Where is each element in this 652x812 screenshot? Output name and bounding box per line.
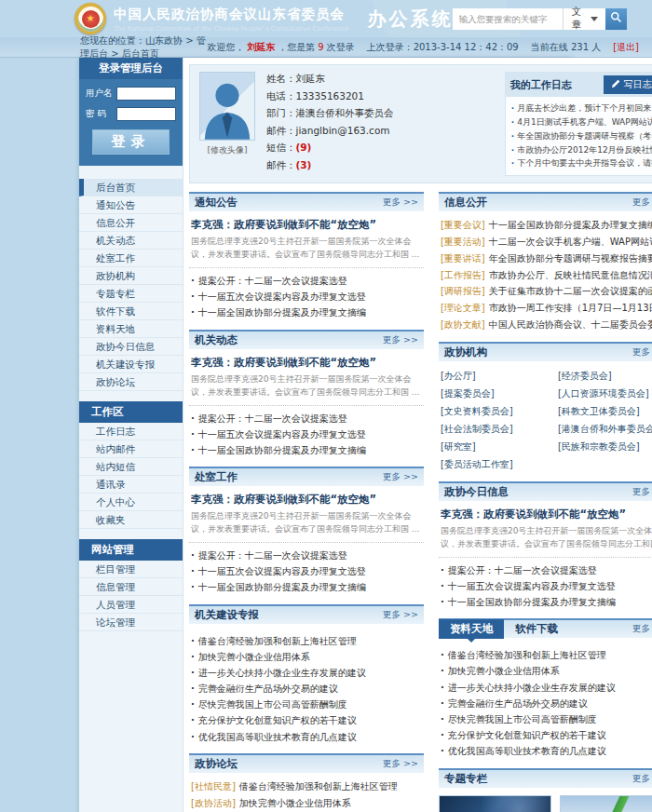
sidebar-menu-item[interactable]: 软件下载	[79, 303, 183, 320]
news-item[interactable]: 十一届五次会议提案内容及办理复文选登	[191, 563, 422, 579]
login-button[interactable]: 登录	[92, 129, 170, 155]
news-item[interactable]: 十一届全国政协部分提案及办理复文摘编	[191, 304, 422, 320]
news-item[interactable]: 提案公开：十二届一次会议提案选登	[191, 273, 422, 289]
sidebar-menu-item[interactable]: 个人中心	[79, 494, 183, 511]
search-button[interactable]	[605, 8, 627, 30]
news-item[interactable]: 十一届全国政协部分提案及办理复文摘编	[191, 442, 422, 458]
news-headline[interactable]: 李克强：政府要说到做到不能“放空炮”	[191, 493, 422, 507]
news-item[interactable]: 提案公开：十二届一次会议提案选登	[191, 548, 422, 563]
report-item[interactable]: 完善金融衍生产品场外交易的建议	[191, 681, 422, 697]
report-item[interactable]: 充分保护文化创意知识产权的若干建议	[191, 712, 422, 728]
sidebar-menu-item[interactable]: 政协机构	[79, 267, 183, 285]
org-link[interactable]: [港澳台侨和外事委员会]	[558, 420, 652, 438]
write-log-button[interactable]: 写日志	[604, 75, 652, 94]
news-item[interactable]: 十一届五次会议提案内容及办理复文选登	[191, 289, 422, 304]
news-item[interactable]: 十一届全国政协部分提案及办理复文摘编	[191, 579, 422, 595]
material-item[interactable]: 尽快完善我国上市公司高管薪酬制度	[441, 711, 652, 727]
topic-thumb[interactable]: 深入学习习近平讲话	[560, 795, 652, 812]
more-link[interactable]: 更多 >>	[383, 334, 418, 346]
news-item[interactable]: 提案公开：十二届一次会议提案选登	[441, 562, 652, 578]
news-item[interactable]: 十一届全国政协部分提案及办理复文摘编	[441, 594, 652, 610]
news-item[interactable]: 十一届五次会议提案内容及办理复文选登	[191, 426, 422, 442]
change-avatar-link[interactable]: [修改头像]	[197, 144, 257, 156]
report-item[interactable]: 尽快完善我国上市公司高管薪酬制度	[191, 697, 422, 712]
search-category-select[interactable]: 文章	[563, 8, 604, 30]
material-item[interactable]: 加快完善小微企业信用体系	[441, 663, 652, 679]
org-link[interactable]: [委员活动工作室]	[441, 455, 554, 473]
sidebar-menu-item[interactable]: 后台首页	[79, 179, 183, 196]
info-item[interactable]: [理论文章]市政协一周工作安排（1月7日—1月13日）、	[441, 300, 652, 317]
sidebar-menu-item[interactable]: 政协今日信息	[79, 338, 183, 356]
worklog-item[interactable]: 4月1日测试手机客户端、WAP网站访问方法	[511, 115, 652, 129]
info-item[interactable]: [调研报告]关于征集市政协十二届一次会议提案的函	[441, 283, 652, 300]
more-link[interactable]: 更多 >>	[383, 471, 418, 483]
material-item[interactable]: 优化我国高等职业技术教育的几点建议	[441, 743, 652, 759]
forum-item[interactable]: [政协活动]加快完善小微企业信用体系	[191, 795, 422, 812]
news-item[interactable]: 提案公开：十二届一次会议提案选登	[191, 411, 422, 426]
worklog-item[interactable]: 市政协办公厅2012年12月份反映社情民意信息情况汇总	[511, 143, 652, 157]
search-input[interactable]	[453, 8, 563, 30]
sidebar-menu-item[interactable]: 通讯录	[79, 476, 183, 494]
more-link[interactable]: 更多 >>	[632, 623, 652, 635]
org-link[interactable]: [人口资源环境委员会]	[558, 385, 652, 402]
material-item[interactable]: 进一步关心扶持小微企业生存发展的建议	[441, 680, 652, 696]
logout-link[interactable]: [退出]	[613, 41, 639, 54]
material-item[interactable]: 完善金融衍生产品场外交易的建议	[441, 696, 652, 711]
news-headline[interactable]: 李克强：政府要说到做到不能“放空炮”	[441, 508, 652, 521]
report-item[interactable]: 进一步关心扶持小微企业生存发展的建议	[191, 665, 422, 681]
sidebar-menu-item[interactable]: 站内邮件	[79, 440, 183, 458]
tab-materials[interactable]: 资料天地	[439, 619, 504, 639]
sidebar-menu-item[interactable]: 通知公告	[79, 196, 183, 214]
worklog-item[interactable]: 月底去长沙出差，预计下个月初回来	[511, 102, 652, 115]
more-link[interactable]: 更多 >>	[632, 346, 652, 359]
more-link[interactable]: 更多 >>	[383, 758, 418, 770]
sidebar-menu-item[interactable]: 工作日志	[79, 423, 183, 440]
org-link[interactable]: [研究室]	[441, 438, 554, 455]
sidebar-menu-item[interactable]: 论坛管理	[79, 614, 183, 631]
more-link[interactable]: 更多 >>	[632, 486, 652, 498]
org-link[interactable]: [科教文卫体委员会]	[558, 402, 652, 420]
org-link[interactable]: [提案委员会]	[441, 385, 554, 402]
report-item[interactable]: 借鉴台湾经验加强和创新上海社区管理	[191, 633, 422, 649]
sidebar-menu-item[interactable]: 机关建设专报	[79, 356, 183, 373]
sidebar-menu-item[interactable]: 收藏夹	[79, 511, 183, 529]
more-link[interactable]: 更多 >>	[632, 773, 652, 785]
org-link[interactable]: [经济委员会]	[558, 367, 652, 385]
sidebar-menu-item[interactable]: 信息管理	[79, 578, 183, 596]
username-field[interactable]	[116, 87, 176, 101]
news-headline[interactable]: 李克强：政府要说到做到不能“放空炮”	[191, 356, 422, 370]
org-link[interactable]: [社会法制委员会]	[441, 420, 554, 438]
sidebar-menu-item[interactable]: 政协论坛	[79, 373, 183, 391]
news-item[interactable]: 十一届五次会议提案内容及办理复文选登	[441, 578, 652, 594]
worklog-item[interactable]: 年全国政协部分专题调研与视察（考察）报告摘要	[511, 129, 652, 143]
info-item[interactable]: [政协文献]中国人民政治协商会议、十二届委员会委员名单	[441, 317, 652, 333]
org-link[interactable]: [文史资料委员会]	[441, 402, 554, 420]
info-item[interactable]: [重要讲话]年全国政协部分专题调研与视察报告摘要	[441, 250, 652, 267]
sidebar-menu-item[interactable]: 栏目管理	[79, 561, 183, 578]
more-link[interactable]: 更多 >>	[383, 609, 418, 621]
sidebar-menu-item[interactable]: 人员管理	[79, 596, 183, 614]
sidebar-menu-item[interactable]: 机关动态	[79, 232, 183, 250]
worklog-item[interactable]: 下个月中旬要去中央开指导会议，请提醒我	[511, 156, 652, 170]
sidebar-menu-item[interactable]: 专题专栏	[79, 285, 183, 303]
forum-item[interactable]: [社情民意]借鉴台湾经验加强和创新上海社区管理	[191, 778, 422, 795]
more-link[interactable]: 更多 >>	[383, 196, 418, 209]
info-item[interactable]: [工作报告]市政协办公厅、反映社情民意信息情况汇总	[441, 267, 652, 284]
info-item[interactable]: [重要会议]十一届全国政协部分提案及办理复文摘编	[441, 217, 652, 234]
sidebar-menu-item[interactable]: 处室工作	[79, 250, 183, 267]
report-item[interactable]: 加快完善小微企业信用体系	[191, 649, 422, 665]
org-link[interactable]: [办公厅]	[441, 367, 554, 385]
password-field[interactable]	[116, 107, 176, 121]
material-item[interactable]: 借鉴台湾经验加强和创新上海社区管理	[441, 647, 652, 663]
breadcrumb-link[interactable]: 后台首页	[122, 48, 159, 59]
news-headline[interactable]: 李克强：政府要说到做到不能“放空炮”	[191, 218, 422, 232]
material-item[interactable]: 充分保护文化创意知识产权的若干建议	[441, 727, 652, 743]
sidebar-menu-item[interactable]: 资料天地	[79, 320, 183, 338]
info-item[interactable]: [重要活动]十二届一次会议手机客户端、WAP网站访问方法	[441, 234, 652, 250]
topic-thumb[interactable]: 十八大专题	[439, 795, 551, 812]
sidebar-menu-item[interactable]: 站内短信	[79, 458, 183, 476]
more-link[interactable]: 更多 >>	[632, 196, 652, 209]
sidebar-menu-item[interactable]: 信息公开	[79, 214, 183, 232]
report-item[interactable]: 优化我国高等职业技术教育的几点建议	[191, 729, 422, 745]
org-link[interactable]: [民族和宗教委员会]	[558, 438, 652, 455]
